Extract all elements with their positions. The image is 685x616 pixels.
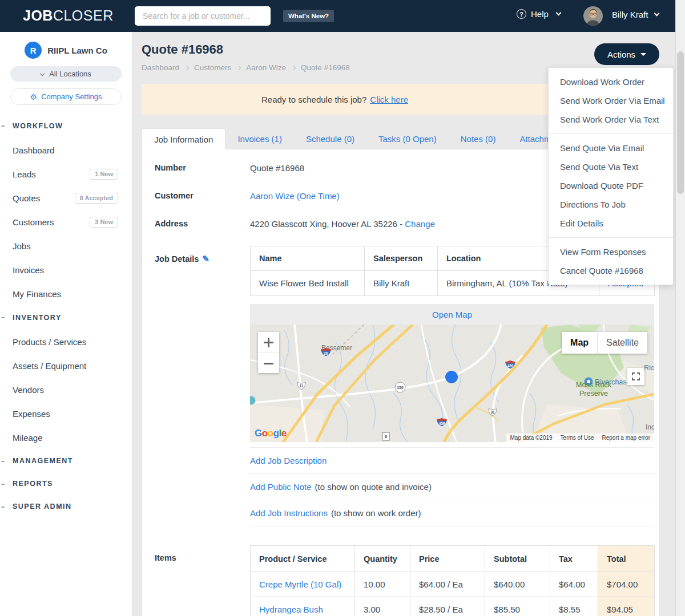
leads-badge: 1 New	[90, 169, 118, 180]
item-tax-cell: $64.00	[550, 572, 598, 597]
google-map[interactable]: Bessemer Moss Rock Preserve Riverchase G…	[250, 325, 654, 442]
menu-item-download-work-order[interactable]: Download Work Order	[549, 72, 673, 91]
fullscreen-button[interactable]	[627, 368, 644, 385]
map-zoom-controls	[258, 332, 279, 373]
tab-invoices[interactable]: Invoices (1)	[225, 128, 294, 149]
quotes-badge: 8 Accepted	[75, 193, 118, 204]
item-product-link[interactable]: Hydrangea Bush	[259, 605, 323, 614]
chevron-down-icon	[555, 10, 561, 16]
tab-tasks[interactable]: Tasks (0 Open)	[366, 128, 449, 149]
chevron-down-icon	[40, 71, 45, 75]
map-data-text: Map data ©2019	[506, 435, 557, 441]
menu-item-send-quote-email[interactable]: Send Quote Via Email	[549, 139, 673, 157]
company-header: R RIIPL Lawn Co	[0, 32, 132, 59]
sidebar-item-label: Expenses	[13, 409, 50, 419]
search-input[interactable]	[135, 6, 271, 26]
section-header-reports[interactable]: REPORTS	[0, 472, 132, 495]
section-header-inventory[interactable]: INVENTORY	[0, 306, 132, 330]
actions-dropdown-menu: Download Work Order Send Work Order Via …	[548, 67, 674, 285]
report-map-error-link[interactable]: Report a map error	[602, 435, 650, 441]
svg-text:31: 31	[490, 410, 495, 414]
google-logo: Google	[255, 428, 287, 439]
satellite-view-button[interactable]: Satellite	[597, 332, 647, 354]
number-value: Quote #16968	[250, 162, 304, 173]
all-locations-dropdown[interactable]: All Locations	[10, 66, 122, 82]
actions-button[interactable]: Actions	[594, 43, 659, 65]
menu-item-send-quote-text[interactable]: Send Quote Via Text	[549, 157, 673, 176]
add-public-note-suffix: (to show on quote and invoice)	[315, 482, 432, 492]
item-subtotal-cell: $85.50	[485, 597, 550, 616]
sidebar-item-customers[interactable]: Customers3 New	[0, 210, 132, 234]
sidebar-item-dashboard[interactable]: Dashboard	[0, 138, 132, 162]
menu-item-edit-details[interactable]: Edit Details	[549, 214, 673, 233]
chevron-right-icon	[184, 65, 189, 70]
sidebar-item-products-services[interactable]: Products / Services	[0, 330, 132, 354]
svg-text:11: 11	[300, 384, 304, 388]
menu-item-send-work-order-text[interactable]: Send Work Order Via Text	[549, 110, 673, 129]
add-links-section: Add Job Description Add Public Note (to …	[250, 447, 654, 526]
help-menu[interactable]: ? Help	[517, 9, 561, 19]
zoom-in-button[interactable]	[258, 332, 279, 352]
tab-schedule[interactable]: Schedule (0)	[294, 128, 366, 149]
section-header-super-admin[interactable]: SUPER ADMIN	[0, 495, 132, 518]
sidebar-item-expenses[interactable]: Expenses	[0, 402, 132, 425]
sidebar-item-jobs[interactable]: Jobs	[0, 234, 132, 258]
items-header-tax: Tax	[550, 546, 598, 572]
menu-item-directions-to-job[interactable]: Directions To Job	[549, 195, 673, 214]
menu-item-cancel-quote[interactable]: Cancel Quote #16968	[549, 261, 673, 280]
sidebar-item-my-finances[interactable]: My Finances	[0, 282, 132, 306]
sidebar-item-assets-equipment[interactable]: Assets / Equipment	[0, 354, 132, 378]
company-avatar: R	[25, 42, 42, 59]
breadcrumb-customers[interactable]: Customers	[194, 63, 231, 72]
menu-item-download-quote-pdf[interactable]: Download Quote PDF	[549, 176, 673, 195]
customer-link[interactable]: Aaron Wize (One Time)	[250, 191, 340, 201]
breadcrumb-dashboard[interactable]: Dashboard	[142, 63, 179, 72]
browser-scrollbar[interactable]	[675, 0, 685, 616]
user-menu[interactable]: Billy Kraft	[612, 10, 659, 19]
breadcrumb-quote: Quote #16968	[301, 63, 350, 72]
banner-click-here-link[interactable]: Click here	[370, 95, 408, 104]
sidebar-item-label: Customers	[13, 217, 54, 227]
add-public-note-link[interactable]: Add Public Note	[250, 482, 312, 492]
item-total-cell: $704.00	[598, 572, 655, 597]
add-job-instructions-link[interactable]: Add Job Instructions	[250, 508, 328, 518]
sidebar: R RIIPL Lawn Co All Locations ⚙ Company …	[0, 32, 132, 616]
map-view-button[interactable]: Map	[562, 332, 597, 354]
add-job-description-link[interactable]: Add Job Description	[250, 456, 327, 465]
actions-button-label: Actions	[607, 50, 635, 59]
company-settings-button[interactable]: ⚙ Company Settings	[10, 88, 122, 105]
item-subtotal-cell: $640.00	[485, 572, 550, 597]
address-change-link[interactable]: Change	[405, 219, 435, 229]
chevron-down-icon	[654, 11, 660, 17]
edit-pencil-icon[interactable]: ✎	[202, 254, 209, 264]
sidebar-item-vendors[interactable]: Vendors	[0, 378, 132, 402]
banner-text: Ready to schedule this job?	[261, 95, 366, 104]
sidebar-item-label: Assets / Equipment	[13, 361, 86, 371]
sidebar-item-mileage[interactable]: Mileage	[0, 425, 132, 449]
help-label: Help	[531, 9, 549, 19]
section-header-workflow[interactable]: WORKFLOW	[0, 114, 132, 138]
tab-job-information[interactable]: Job Information	[142, 128, 225, 149]
user-avatar[interactable]	[583, 6, 603, 26]
open-map-link[interactable]: Open Map	[432, 310, 472, 319]
menu-item-send-work-order-email[interactable]: Send Work Order Via Email	[549, 91, 673, 110]
items-header-price: Price	[410, 546, 485, 572]
breadcrumb: Dashboard Customers Aaron Wize Quote #16…	[142, 63, 350, 72]
chevron-right-icon	[291, 65, 296, 70]
sidebar-item-label: Quotes	[13, 193, 40, 203]
whats-new-button[interactable]: What's New?	[283, 10, 334, 22]
item-product-link[interactable]: Crepe Myrtle (10 Gal)	[259, 579, 341, 589]
tab-notes[interactable]: Notes (0)	[449, 128, 508, 149]
section-header-management[interactable]: MANAGEMENT	[0, 449, 132, 472]
scrollbar-thumb[interactable]	[677, 51, 684, 194]
avatar-photo	[583, 6, 603, 26]
sidebar-item-quotes[interactable]: Quotes8 Accepted	[0, 186, 132, 210]
sidebar-item-leads[interactable]: Leads1 New	[0, 162, 132, 186]
map-type-controls: Map Satellite	[562, 332, 647, 354]
breadcrumb-aaron-wize[interactable]: Aaron Wize	[246, 63, 286, 72]
sidebar-item-invoices[interactable]: Invoices	[0, 258, 132, 282]
zoom-out-button[interactable]	[258, 352, 279, 373]
terms-of-use-link[interactable]: Terms of Use	[561, 435, 594, 441]
menu-item-view-form-responses[interactable]: View Form Responses	[549, 242, 673, 261]
app-logo[interactable]: JOBCLOSER	[23, 7, 114, 24]
